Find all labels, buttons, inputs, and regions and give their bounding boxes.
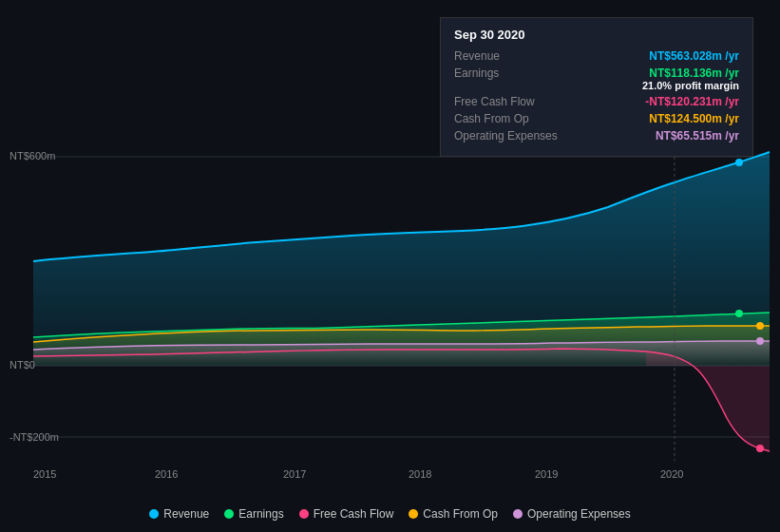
x-label-2016: 2016	[155, 468, 178, 480]
y-label-neg200m: -NT$200m	[10, 431, 59, 443]
legend-revenue-label: Revenue	[163, 507, 209, 521]
y-label-0: NT$0	[10, 359, 35, 370]
tooltip-cashop-value: NT$124.500m /yr	[649, 112, 739, 125]
tooltip-opex-row: Operating Expenses NT$65.515m /yr	[454, 129, 739, 142]
legend-revenue-dot	[149, 509, 159, 519]
legend-earnings-label: Earnings	[238, 507, 283, 521]
chart-container: NT$600m NT$0 -NT$200m 2015 2016 2017 201…	[0, 0, 780, 532]
legend-opex[interactable]: Operating Expenses	[513, 507, 631, 521]
tooltip-date: Sep 30 2020	[454, 28, 739, 42]
x-label-2017: 2017	[283, 468, 306, 480]
x-label-2020: 2020	[660, 468, 683, 480]
y-label-600m: NT$600m	[10, 150, 55, 162]
x-label-2015: 2015	[33, 468, 56, 480]
legend-opex-dot	[513, 509, 523, 519]
svg-point-8	[756, 322, 764, 330]
legend-opex-label: Operating Expenses	[527, 507, 631, 521]
svg-point-5	[735, 159, 743, 166]
tooltip-earnings-value: NT$118.136m /yr	[642, 66, 739, 80]
tooltip-profit-margin: 21.0% profit margin	[642, 80, 739, 91]
svg-point-7	[756, 445, 764, 452]
tooltip-opex-label: Operating Expenses	[454, 129, 568, 142]
tooltip-fcf-row: Free Cash Flow -NT$120.231m /yr	[454, 95, 739, 108]
legend-cashop-dot	[409, 509, 418, 519]
tooltip-revenue-label: Revenue	[454, 49, 568, 63]
legend-fcf-label: Free Cash Flow	[314, 507, 394, 521]
x-label-2018: 2018	[409, 468, 431, 480]
tooltip-fcf-label: Free Cash Flow	[454, 95, 568, 108]
legend-cashop[interactable]: Cash From Op	[409, 507, 498, 521]
svg-point-6	[735, 310, 743, 317]
tooltip-earnings-row: Earnings NT$118.136m /yr 21.0% profit ma…	[454, 66, 739, 91]
tooltip-revenue-value: NT$563.028m /yr	[649, 49, 739, 63]
tooltip-cashop-row: Cash From Op NT$124.500m /yr	[454, 112, 739, 125]
legend-fcf-dot	[299, 509, 309, 519]
tooltip-cashop-label: Cash From Op	[454, 112, 568, 125]
legend-fcf[interactable]: Free Cash Flow	[299, 507, 394, 521]
tooltip-earnings-label: Earnings	[454, 66, 568, 80]
chart-legend: Revenue Earnings Free Cash Flow Cash Fro…	[0, 507, 780, 521]
tooltip-opex-value: NT$65.515m /yr	[656, 129, 739, 142]
svg-point-9	[756, 337, 764, 345]
legend-earnings-dot	[224, 509, 234, 519]
tooltip-fcf-value: -NT$120.231m /yr	[645, 95, 739, 108]
legend-revenue[interactable]: Revenue	[149, 507, 209, 521]
legend-earnings[interactable]: Earnings	[224, 507, 283, 521]
x-label-2019: 2019	[535, 468, 558, 480]
tooltip-revenue-row: Revenue NT$563.028m /yr	[454, 49, 739, 63]
tooltip-box: Sep 30 2020 Revenue NT$563.028m /yr Earn…	[440, 17, 753, 157]
legend-cashop-label: Cash From Op	[423, 507, 498, 521]
